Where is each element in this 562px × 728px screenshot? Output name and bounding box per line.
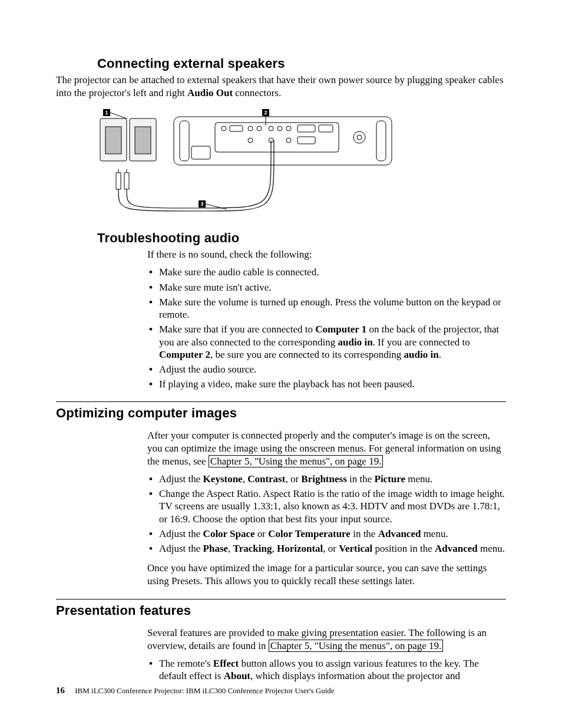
optimize-list: Adjust the Keystone, Contrast, or Bright…	[147, 473, 506, 555]
svg-point-13	[222, 126, 226, 131]
text: Adjust the	[159, 543, 203, 554]
svg-point-19	[286, 126, 291, 131]
list-item: Make sure the audio cable is connected.	[147, 266, 506, 278]
para-optimize-intro: After your computer is connected properl…	[147, 429, 506, 468]
text: connectors.	[233, 87, 281, 98]
svg-point-26	[353, 131, 365, 143]
bold-effect: Effect	[213, 658, 239, 669]
text: in the	[347, 473, 375, 485]
svg-rect-1	[105, 127, 121, 154]
svg-point-17	[269, 126, 273, 131]
svg-rect-20	[297, 125, 315, 132]
heading-connecting-speakers: Connecting external speakers	[97, 56, 506, 71]
callout-1: 1	[105, 110, 108, 116]
section-rule	[56, 599, 506, 599]
bold-audioin: audio in	[338, 337, 373, 348]
link-chapter5-a[interactable]: Chapter 5, "Using the menus", on page 19…	[209, 455, 384, 467]
text: in the	[351, 528, 378, 539]
bold-horizontal: Horizontal	[277, 543, 323, 554]
section-connecting-speakers: Connecting external speakers The project…	[56, 56, 506, 220]
heading-troubleshooting-audio: Troubleshooting audio	[97, 230, 506, 246]
list-item: Make sure that if you are connected to C…	[147, 323, 506, 361]
list-item: Adjust the Phase, Tracking, Horizontal, …	[147, 542, 506, 555]
link-chapter5-b[interactable]: Chapter 5, "Using the menus", on page 19…	[269, 640, 444, 652]
troubleshoot-list: Make sure the audio cable is connected. …	[147, 266, 506, 390]
svg-rect-12	[215, 123, 339, 152]
svg-point-27	[357, 135, 362, 140]
svg-rect-8	[174, 117, 392, 165]
bold-about: About	[224, 670, 250, 681]
bold-computer2: Computer 2	[159, 349, 210, 360]
text: menu.	[478, 543, 505, 554]
heading-presentation-features: Presentation features	[56, 603, 506, 618]
text: ,	[243, 473, 248, 485]
svg-rect-4	[116, 173, 121, 189]
bold-keystone: Keystone	[203, 473, 243, 485]
text: . If you are connected to	[373, 337, 470, 348]
list-item: Make sure mute isn't active.	[147, 281, 506, 294]
heading-optimizing-images: Optimizing computer images	[56, 406, 506, 421]
svg-line-33	[206, 204, 227, 209]
section-troubleshooting-audio: Troubleshooting audio If there is no sou…	[56, 230, 506, 390]
text: , or	[285, 473, 301, 485]
text: , be sure you are connected to its corre…	[210, 349, 404, 360]
text: menu.	[421, 528, 448, 539]
text: , or	[323, 543, 339, 554]
text: , which displays information about the p…	[250, 670, 460, 681]
list-item: Change the Aspect Ratio. Aspect Ratio is…	[147, 487, 506, 525]
bold-computer1: Computer 1	[315, 324, 366, 335]
bold-vertical: Vertical	[339, 543, 372, 554]
bold-picture: Picture	[375, 473, 406, 485]
svg-point-15	[248, 126, 253, 131]
text: ,	[272, 543, 277, 554]
text: or	[255, 528, 269, 539]
svg-rect-5	[124, 173, 129, 189]
svg-point-22	[248, 138, 253, 143]
svg-point-24	[286, 138, 291, 143]
footer-text: IBM iLC300 Conference Projector: IBM iLC…	[75, 686, 334, 695]
list-item: If playing a video, make sure the playba…	[147, 378, 506, 390]
bold-phase: Phase	[203, 543, 229, 554]
para-optimize-outro: Once you have optimized the image for a …	[147, 562, 506, 588]
svg-rect-11	[191, 146, 210, 159]
svg-point-18	[277, 126, 282, 131]
svg-rect-25	[297, 137, 315, 144]
text: Make sure that if you are connected to	[159, 324, 315, 335]
svg-rect-21	[319, 125, 333, 132]
para-connecting-speakers: The projector can be attached to externa…	[56, 74, 506, 100]
section-rule	[56, 401, 506, 402]
para-presentation-intro: Several features are provided to make gi…	[147, 627, 506, 653]
section-optimizing-images: Optimizing computer images After your co…	[56, 406, 506, 588]
document-page: Connecting external speakers The project…	[0, 0, 562, 728]
page-number: 16	[56, 686, 65, 695]
list-item: Adjust the Color Space or Color Temperat…	[147, 528, 506, 540]
text: The remote's	[159, 658, 213, 669]
para-troubleshoot-intro: If there is no sound, check the followin…	[147, 248, 506, 261]
svg-point-16	[257, 126, 262, 131]
svg-rect-10	[376, 121, 386, 161]
list-item: The remote's Effect button allows you to…	[147, 657, 506, 683]
text: .	[439, 349, 441, 360]
presentation-list: The remote's Effect button allows you to…	[147, 657, 506, 683]
bold-contrast: Contrast	[247, 473, 285, 485]
callout-2: 2	[264, 110, 267, 116]
bold-colortemp: Color Temperature	[268, 528, 351, 539]
list-item: Make sure the volume is turned up enough…	[147, 296, 506, 321]
page-footer: 16 IBM iLC300 Conference Projector: IBM …	[56, 686, 335, 696]
diagram-svg: 1 2 3	[97, 108, 398, 220]
text: Adjust the	[159, 473, 203, 485]
bold-brightness: Brightness	[301, 473, 346, 485]
bold-audioin2: audio in	[404, 349, 439, 360]
text: Adjust the	[159, 528, 203, 539]
list-item: Adjust the Keystone, Contrast, or Bright…	[147, 473, 506, 485]
callout-3: 3	[200, 201, 203, 207]
bold-colorspace: Color Space	[203, 528, 255, 539]
text: menu.	[405, 473, 432, 485]
svg-rect-14	[230, 126, 243, 131]
bold-tracking: Tracking	[233, 543, 272, 554]
text: ,	[228, 543, 233, 554]
figure-speaker-connection: 1 2 3	[97, 108, 398, 220]
svg-line-29	[110, 113, 127, 118]
svg-rect-3	[135, 127, 151, 154]
bold-advanced: Advanced	[378, 528, 421, 539]
